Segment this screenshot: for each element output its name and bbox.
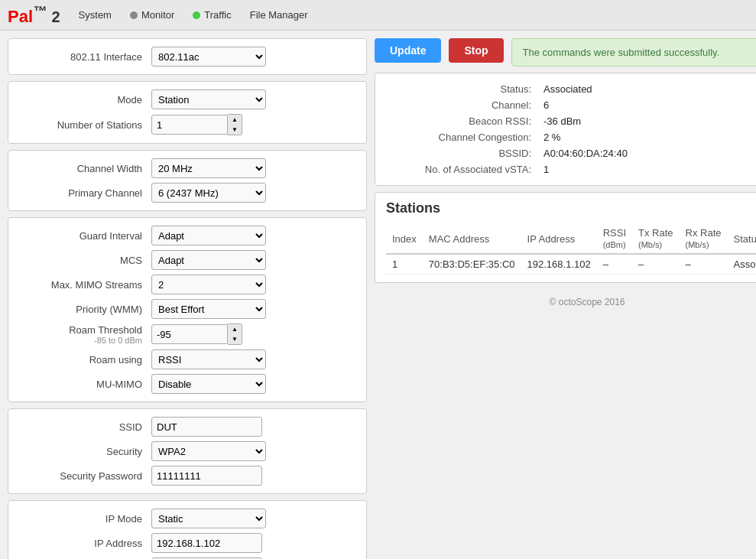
channel-width-select[interactable]: 20 MHz 40 MHz 80 MHz bbox=[151, 158, 266, 178]
mode-label: Mode bbox=[18, 94, 151, 106]
password-control bbox=[151, 466, 357, 486]
ssid-row: SSID bbox=[18, 417, 357, 437]
roam-threshold-label: Roam Threshold -85 to 0 dBm bbox=[18, 324, 151, 345]
spinner-down[interactable]: ▼ bbox=[228, 125, 242, 135]
nav-items: System Monitor Traffic File Manager bbox=[76, 8, 311, 22]
beacon-rssi-value: -36 dBm bbox=[539, 113, 756, 129]
mcs-select[interactable]: Adapt 0123 bbox=[151, 250, 266, 270]
table-row: 1 70:B3:D5:EF:35:C0 192.168.1.102 – – – … bbox=[386, 254, 756, 275]
success-message: The commands were submitted successfully… bbox=[511, 38, 756, 67]
file-manager-label: File Manager bbox=[250, 9, 308, 21]
ip-address-input[interactable] bbox=[151, 533, 262, 553]
status-row: Status: Associated bbox=[386, 81, 756, 97]
mu-mimo-row: MU-MIMO Disable Enable bbox=[18, 374, 357, 394]
col-mac: MAC Address bbox=[423, 224, 521, 254]
primary-channel-row: Primary Channel 6 (2437 MHz) 1 (2412 MHz… bbox=[18, 183, 357, 203]
monitor-label: Monitor bbox=[141, 9, 174, 21]
monitor-dot bbox=[130, 11, 138, 19]
interface-select[interactable]: 802.11ac 802.11n 802.11g bbox=[151, 47, 266, 67]
channel-section: Channel Width 20 MHz 40 MHz 80 MHz Prima… bbox=[8, 150, 367, 211]
roam-using-control: RSSI SNR bbox=[151, 349, 357, 369]
success-text: The commands were submitted successfully… bbox=[523, 47, 720, 58]
interface-field-row: 802.11 Interface 802.11ac 802.11n 802.11… bbox=[18, 47, 357, 67]
channel-label: Channel: bbox=[386, 97, 539, 113]
ssid-control bbox=[151, 417, 357, 437]
interface-label: 802.11 Interface bbox=[18, 51, 151, 63]
col-rssi: RSSI(dBm) bbox=[597, 224, 632, 254]
spinner-buttons: ▲ ▼ bbox=[228, 114, 242, 135]
ip-section: IP Mode Static DHCP IP Address IP Subnet… bbox=[8, 500, 367, 559]
priority-control: Best Effort Background Video Voice bbox=[151, 299, 357, 319]
logo-tm: ™ bbox=[33, 3, 47, 19]
col-ip: IP Address bbox=[521, 224, 597, 254]
security-select[interactable]: WPA2 WPA WEP Open bbox=[151, 441, 266, 461]
ip-address-row: IP Address bbox=[18, 533, 357, 553]
mode-select[interactable]: Station AP Monitor bbox=[151, 89, 266, 109]
col-index: Index bbox=[386, 224, 423, 254]
mu-mimo-control: Disable Enable bbox=[151, 374, 357, 394]
channel-congestion-value: 2 % bbox=[539, 129, 756, 145]
stations-header-row: Index MAC Address IP Address RSSI(dBm) T… bbox=[386, 224, 756, 254]
update-button[interactable]: Update bbox=[375, 38, 441, 63]
security-control: WPA2 WPA WEP Open bbox=[151, 441, 357, 461]
channel-congestion-row: Channel Congestion: 2 % bbox=[386, 129, 756, 145]
channel-width-label: Channel Width bbox=[18, 163, 151, 174]
max-mimo-select[interactable]: 1 2 3 4 bbox=[151, 275, 266, 294]
associated-vsta-label: No. of Associated vSTA: bbox=[386, 161, 539, 177]
roam-spinner-up[interactable]: ▲ bbox=[228, 324, 242, 334]
mu-mimo-select[interactable]: Disable Enable bbox=[151, 374, 266, 394]
primary-channel-label: Primary Channel bbox=[18, 187, 151, 199]
priority-row: Priority (WMM) Best Effort Background Vi… bbox=[18, 299, 357, 319]
ip-mode-control: Static DHCP bbox=[151, 509, 357, 528]
bssid-row: BSSID: A0:04:60:DA:24:40 bbox=[386, 145, 756, 161]
roam-using-label: Roam using bbox=[18, 354, 151, 366]
cell-index: 1 bbox=[386, 254, 423, 275]
max-mimo-label: Max. MIMO Streams bbox=[18, 279, 151, 291]
channel-width-control: 20 MHz 40 MHz 80 MHz bbox=[151, 158, 357, 178]
nav-traffic[interactable]: Traffic bbox=[190, 8, 234, 22]
bssid-label: BSSID: bbox=[386, 145, 539, 161]
num-stations-field-row: Number of Stations ▲ ▼ bbox=[18, 114, 357, 135]
roam-using-select[interactable]: RSSI SNR bbox=[151, 349, 266, 369]
roam-spinner-down[interactable]: ▼ bbox=[228, 334, 242, 344]
num-stations-control: ▲ ▼ bbox=[151, 114, 357, 135]
nav-monitor[interactable]: Monitor bbox=[127, 8, 177, 22]
roam-spinner-buttons: ▲ ▼ bbox=[228, 323, 242, 345]
status-label: Status: bbox=[386, 81, 539, 97]
footer: © octoScope 2016 bbox=[375, 289, 756, 315]
priority-select[interactable]: Best Effort Background Video Voice bbox=[151, 299, 266, 319]
ssid-input[interactable] bbox=[151, 417, 262, 437]
mode-control: Station AP Monitor bbox=[151, 89, 357, 109]
security-section: SSID Security WPA2 WPA WEP Open Securit bbox=[8, 408, 367, 494]
num-stations-input[interactable] bbox=[151, 115, 228, 135]
password-input[interactable] bbox=[151, 466, 262, 486]
ip-address-label: IP Address bbox=[18, 538, 151, 549]
roam-threshold-spinner: ▲ ▼ bbox=[151, 323, 242, 345]
primary-channel-select[interactable]: 6 (2437 MHz) 1 (2412 MHz) 11 (2462 MHz) bbox=[151, 183, 266, 203]
max-mimo-row: Max. MIMO Streams 1 2 3 4 bbox=[18, 275, 357, 294]
traffic-label: Traffic bbox=[204, 9, 231, 21]
roam-threshold-input[interactable] bbox=[151, 324, 228, 344]
ip-mode-row: IP Mode Static DHCP bbox=[18, 509, 357, 528]
channel-congestion-label: Channel Congestion: bbox=[386, 129, 539, 145]
roam-using-row: Roam using RSSI SNR bbox=[18, 349, 357, 369]
col-rx-rate: Rx Rate(Mb/s) bbox=[680, 224, 728, 254]
system-label: System bbox=[79, 9, 112, 21]
col-tx-rate: Tx Rate(Mb/s) bbox=[632, 224, 680, 254]
mcs-label: MCS bbox=[18, 255, 151, 266]
guard-interval-row: Guard Interval Adapt 800ns 400ns bbox=[18, 226, 357, 245]
stop-button[interactable]: Stop bbox=[449, 38, 503, 63]
associated-vsta-value: 1 bbox=[539, 161, 756, 177]
mcs-row: MCS Adapt 0123 bbox=[18, 250, 357, 270]
advanced-section: Guard Interval Adapt 800ns 400ns MCS Ada… bbox=[8, 217, 367, 402]
spinner-up[interactable]: ▲ bbox=[228, 115, 242, 125]
nav-file-manager[interactable]: File Manager bbox=[247, 8, 311, 22]
interface-section: 802.11 Interface 802.11ac 802.11n 802.11… bbox=[8, 38, 367, 75]
mcs-control: Adapt 0123 bbox=[151, 250, 357, 270]
nav-system[interactable]: System bbox=[76, 8, 115, 22]
guard-interval-select[interactable]: Adapt 800ns 400ns bbox=[151, 226, 266, 245]
password-label: Security Password bbox=[18, 470, 151, 482]
security-row: Security WPA2 WPA WEP Open bbox=[18, 441, 357, 461]
status-value: Associated bbox=[539, 81, 756, 97]
ip-mode-select[interactable]: Static DHCP bbox=[151, 509, 266, 528]
